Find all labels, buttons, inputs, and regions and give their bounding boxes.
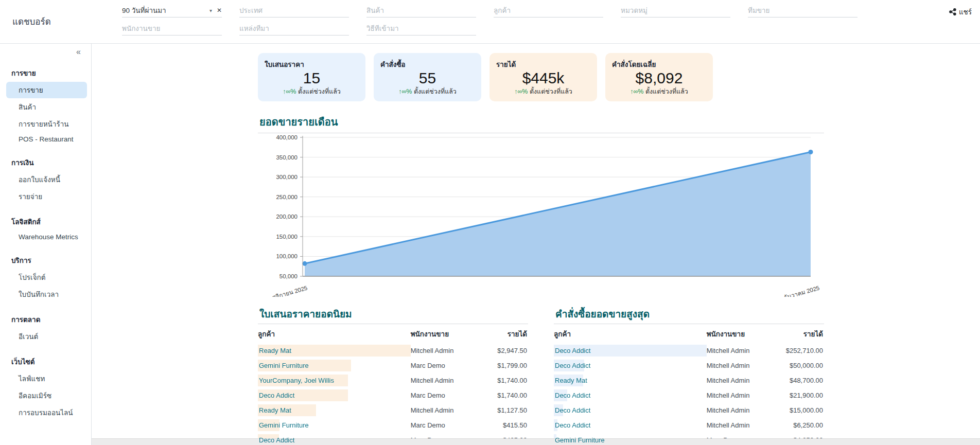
revenue-cell: $15,000.00 <box>781 406 824 414</box>
period-select[interactable]: 90 วันที่ผ่านมา ▾ ✕ <box>122 4 222 17</box>
salesperson-cell: Marc Demo <box>411 362 485 369</box>
sidebar-section-marketing: การตลาด อีเวนต์ <box>0 311 91 345</box>
col-header-customer: ลูกค้า <box>554 328 707 340</box>
sidebar-collapse-button[interactable]: « <box>0 48 91 56</box>
customer-link[interactable]: Gemini Furniture <box>258 362 309 369</box>
sidebar-section-sales: การขาย การขาย สินค้า การขายหน้าร้าน POS … <box>0 65 91 146</box>
customer-link[interactable]: Gemini Furniture <box>554 436 605 444</box>
customer-link[interactable]: Deco Addict <box>258 391 294 399</box>
sidebar-item-project[interactable]: โปรเจ็กต์ <box>6 269 87 286</box>
kpi-value: 15 <box>265 70 359 86</box>
share-icon <box>949 8 956 15</box>
revenue-cell: $6,250.00 <box>781 421 824 429</box>
customer-link[interactable]: Deco Addict <box>258 436 294 444</box>
sidebar: « การขาย การขาย สินค้า การขายหน้าร้าน PO… <box>0 44 92 445</box>
sidebar-item-elearning[interactable]: การอบรมออนไลน์ <box>6 404 87 421</box>
table-row: Gemini Furniture Marc Demo $415.50 <box>258 418 528 433</box>
table-row: Ready Mat Mitchell Admin $2,947.50 <box>258 343 528 358</box>
sales-team-filter-input[interactable] <box>748 7 857 14</box>
sidebar-item-warehouse-metrics[interactable]: Warehouse Metrics <box>6 230 87 243</box>
col-header-salesperson: พนักงานขาย <box>707 328 781 340</box>
col-header-salesperson: พนักงานขาย <box>411 328 485 340</box>
customer-link[interactable]: Ready Mat <box>258 347 291 354</box>
salesperson-cell: Mitchell Admin <box>707 347 781 354</box>
sidebar-item-pos-restaurant[interactable]: POS - Restaurant <box>6 133 87 146</box>
sidebar-item-timesheets[interactable]: ใบบันทึกเวลา <box>6 286 87 302</box>
revenue-cell: $1,740.00 <box>485 377 528 384</box>
customer-filter-input[interactable] <box>494 7 603 14</box>
kpi-delta: ↑∞% ตั้งแต่ช่วงที่แล้ว <box>380 86 475 97</box>
salesperson-filter-input[interactable] <box>122 25 222 32</box>
sidebar-item-sales[interactable]: การขาย <box>6 82 87 98</box>
col-header-revenue: รายได้ <box>485 328 528 340</box>
product-filter-input[interactable] <box>366 7 476 14</box>
svg-text:ธันวาคม 2025: ธันวาคม 2025 <box>783 284 820 297</box>
top-filter-bar: แดชบอร์ด 90 วันที่ผ่านมา ▾ ✕ แชร์ <box>0 0 980 44</box>
sidebar-item-invoicing[interactable]: ออกใบแจ้งหนี้ <box>6 171 87 188</box>
monthly-sales-section: ยอดขายรายเดือน 50,000100,000150,000200,0… <box>258 114 824 299</box>
kpi-label: คำสั่งซื้อ <box>380 59 475 70</box>
table-row: Deco Addict Mitchell Admin $21,900.00 <box>554 388 824 403</box>
table-header-row: ลูกค้า พนักงานขาย รายได้ <box>554 324 824 343</box>
table-title: คำสั่งซื้อยอดขายสูงสุด <box>555 306 824 322</box>
sidebar-section-title: การตลาด <box>0 311 91 328</box>
sidebar-item-ecommerce[interactable]: อีคอมเมิร์ซ <box>6 387 87 404</box>
table-row: Deco Addict Mitchell Admin $252,710.00 <box>554 343 824 358</box>
sidebar-item-expenses[interactable]: รายจ่าย <box>6 188 87 205</box>
sidebar-section-services: บริการ โปรเจ็กต์ ใบบันทึกเวลา <box>0 252 91 302</box>
table-row: Deco Addict Mitchell Admin $15,000.00 <box>554 403 824 418</box>
kpi-card-quotations[interactable]: ใบเสนอราคา 15 ↑∞% ตั้งแต่ช่วงที่แล้ว <box>258 53 365 101</box>
customer-link[interactable]: Deco Addict <box>554 362 590 369</box>
sidebar-item-products[interactable]: สินค้า <box>6 99 87 115</box>
sidebar-section-title: บริการ <box>0 252 91 269</box>
customer-link[interactable]: Ready Mat <box>554 377 587 384</box>
revenue-cell: $415.50 <box>485 421 528 429</box>
salesperson-cell: Mitchell Admin <box>707 362 781 369</box>
customer-link[interactable]: Deco Addict <box>554 347 590 354</box>
medium-filter-input[interactable] <box>366 25 476 32</box>
table-row: Gemini Furniture Marc Demo $1,799.00 <box>258 358 528 373</box>
top-sales-orders-table: คำสั่งซื้อยอดขายสูงสุด ลูกค้า พนักงานขาย… <box>554 306 824 445</box>
customer-link[interactable]: Ready Mat <box>258 406 291 414</box>
monthly-sales-area-chart: 50,000100,000150,000200,000250,000300,00… <box>258 133 824 299</box>
salesperson-cell: Mitchell Admin <box>707 421 781 429</box>
svg-text:150,000: 150,000 <box>276 234 297 240</box>
source-filter-input[interactable] <box>239 25 349 32</box>
kpi-row: ใบเสนอราคา 15 ↑∞% ตั้งแต่ช่วงที่แล้ว คำส… <box>258 53 980 101</box>
table-row: Ready Mat Mitchell Admin $48,700.00 <box>554 373 824 388</box>
kpi-card-orders[interactable]: คำสั่งซื้อ 55 ↑∞% ตั้งแต่ช่วงที่แล้ว <box>374 53 481 101</box>
kpi-card-average-order[interactable]: คำสั่งโดยเฉลี่ย $8,092 ↑∞% ตั้งแต่ช่วงที… <box>605 53 713 101</box>
clear-filter-icon[interactable]: ✕ <box>217 7 222 14</box>
horizontal-scrollbar[interactable] <box>92 438 980 445</box>
customer-link[interactable]: Deco Addict <box>554 391 590 399</box>
revenue-cell: $1,127.50 <box>485 406 528 414</box>
table-row: Deco Addict Mitchell Admin $6,250.00 <box>554 418 824 433</box>
sidebar-item-events[interactable]: อีเวนต์ <box>6 328 87 345</box>
chevron-down-icon: ▾ <box>209 8 212 13</box>
table-row: YourCompany, Joel Willis Mitchell Admin … <box>258 373 528 388</box>
customer-link[interactable]: YourCompany, Joel Willis <box>258 377 334 384</box>
svg-text:100,000: 100,000 <box>276 253 297 259</box>
salesperson-cell: Mitchell Admin <box>707 391 781 399</box>
category-filter-input[interactable] <box>621 7 730 14</box>
revenue-cell: $50,000.00 <box>781 362 824 369</box>
salesperson-cell: Mitchell Admin <box>707 406 781 414</box>
revenue-cell: $1,799.00 <box>485 362 528 369</box>
kpi-card-revenue[interactable]: รายได้ $445k ↑∞% ตั้งแต่ช่วงที่แล้ว <box>489 53 597 101</box>
salesperson-cell: Mitchell Admin <box>707 377 781 384</box>
country-filter-input[interactable] <box>239 7 349 14</box>
svg-text:250,000: 250,000 <box>276 194 297 200</box>
kpi-value: $445k <box>496 70 590 86</box>
customer-link[interactable]: Deco Addict <box>554 421 590 429</box>
period-select-value: 90 วันที่ผ่านมา <box>122 5 166 16</box>
kpi-label: รายได้ <box>496 59 590 70</box>
sidebar-item-livechat[interactable]: ไลฟ์แชท <box>6 370 87 387</box>
share-button[interactable]: แชร์ <box>949 6 972 17</box>
salesperson-cell: Marc Demo <box>411 421 485 429</box>
svg-text:200,000: 200,000 <box>276 213 297 220</box>
sidebar-section-title: โลจิสติกส์ <box>0 213 91 230</box>
customer-link[interactable]: Deco Addict <box>554 406 590 414</box>
customer-link[interactable]: Gemini Furniture <box>258 421 309 429</box>
sidebar-section-finance: การเงิน ออกใบแจ้งหนี้ รายจ่าย <box>0 154 91 205</box>
sidebar-item-point-of-sale[interactable]: การขายหน้าร้าน <box>6 116 87 132</box>
